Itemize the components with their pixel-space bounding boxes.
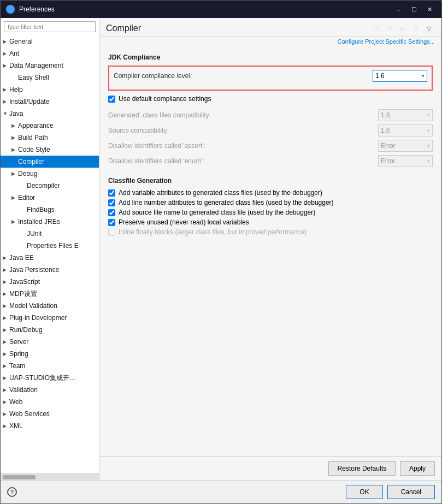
sidebar-item-data-management[interactable]: ▶Data Management: [1, 60, 99, 72]
sidebar-item-debug[interactable]: ▶Debug: [1, 168, 99, 180]
sidebar-item-appearance[interactable]: ▶Appearance: [1, 120, 99, 132]
tree-label-decompiler: Decompiler: [27, 182, 60, 189]
sidebar-item-editor[interactable]: ▶Editor: [1, 192, 99, 204]
nav-menu-button[interactable]: ▽: [423, 22, 435, 34]
checkbox-add-line-number[interactable]: [108, 199, 115, 206]
tree-label-help: Help: [9, 86, 23, 93]
cancel-button[interactable]: Cancel: [387, 485, 435, 499]
apply-button[interactable]: Apply: [400, 461, 435, 476]
maximize-button[interactable]: ☐: [408, 4, 421, 15]
assert-label: Disallow identifiers called 'assert':: [108, 142, 378, 150]
panel-header: Compiler ◁ ▽ ▷ ▽ ▽: [99, 18, 441, 37]
tree-label-xml: XML: [9, 422, 23, 430]
tree-label-build-path: Build Path: [18, 134, 48, 141]
tree-arrow-help: ▶: [3, 87, 9, 92]
sidebar-item-mdp-settings[interactable]: ▶MDP设置: [1, 288, 99, 300]
close-button[interactable]: ✕: [423, 4, 436, 15]
nav-forward-dropdown-button[interactable]: ▽: [410, 22, 422, 34]
checkbox-label-preserve-unused: Preserve unused (never read) local varia…: [119, 218, 249, 226]
tree-arrow-server: ▶: [3, 339, 9, 345]
sidebar-item-javascript[interactable]: ▶JavaScript: [1, 276, 99, 288]
tree-label-plug-in-development: Plug-in Developmer: [9, 314, 67, 322]
classfile-row-add-source-file: Add source file name to generated class …: [108, 209, 433, 216]
nav-back-button[interactable]: ◁: [370, 22, 382, 34]
filter-input[interactable]: [4, 21, 96, 32]
nav-forward-button[interactable]: ▷: [397, 22, 409, 34]
sidebar-item-compiler[interactable]: Compiler: [1, 156, 99, 168]
tree-label-ant: Ant: [9, 50, 19, 57]
use-default-checkbox[interactable]: [108, 96, 115, 103]
generated-compat-label: Generated .class files compatibility:: [108, 111, 378, 119]
sidebar-item-run-debug[interactable]: ▶Run/Debug: [1, 324, 99, 336]
sidebar-item-web[interactable]: ▶Web: [1, 396, 99, 408]
help-icon[interactable]: ?: [7, 487, 17, 497]
sidebar-item-easy-shell[interactable]: Easy Shell: [1, 72, 99, 84]
sidebar-item-findbugs[interactable]: FindBugs: [1, 204, 99, 216]
restore-defaults-button[interactable]: Restore Defaults: [328, 461, 396, 476]
tree-label-installed-jres: Installed JREs: [18, 218, 60, 226]
sidebar-item-properties-files-e[interactable]: Properties Files E: [1, 240, 99, 252]
sidebar-scrollbar[interactable]: [1, 473, 99, 480]
checkbox-add-variable[interactable]: [108, 189, 115, 197]
sidebar-item-general[interactable]: ▶General: [1, 35, 99, 48]
sidebar-item-plug-in-development[interactable]: ▶Plug-in Developmer: [1, 312, 99, 324]
tree-arrow-debug: ▶: [11, 171, 18, 176]
tree-label-install-update: Install/Update: [9, 98, 49, 105]
nav-back-dropdown-button[interactable]: ▽: [384, 22, 396, 34]
sidebar-item-installed-jres[interactable]: ▶Installed JREs: [1, 216, 99, 228]
compliance-level-value: 1.6: [375, 72, 385, 80]
sidebar-item-xml[interactable]: ▶XML: [1, 420, 99, 432]
sidebar-item-uap-studio[interactable]: ▶UAP-STUDIO集成开…: [1, 372, 99, 384]
use-default-label: Use default compliance settings: [119, 95, 211, 103]
sidebar-item-team[interactable]: ▶Team: [1, 360, 99, 372]
enum-value: Error: [381, 157, 396, 165]
tree-label-easy-shell: Easy Shell: [18, 74, 49, 81]
jdk-compliance-box: Compiler compliance level: 1.6 ▾: [108, 66, 433, 91]
tree-arrow-run-debug: ▶: [3, 327, 9, 333]
scroll-thumb[interactable]: [3, 475, 36, 479]
bottom-bar: Restore Defaults Apply: [99, 456, 441, 480]
sidebar-item-decompiler[interactable]: Decompiler: [1, 180, 99, 192]
sidebar-item-java[interactable]: ▼Java: [1, 108, 99, 120]
compliance-level-combo[interactable]: 1.6 ▾: [373, 70, 427, 82]
tree-arrow-plug-in-development: ▶: [3, 315, 9, 321]
tree-label-editor: Editor: [18, 194, 35, 201]
tree-label-model-validation: Model Validation: [9, 302, 57, 310]
sidebar-item-build-path[interactable]: ▶Build Path: [1, 132, 99, 144]
tree-arrow-team: ▶: [3, 363, 9, 369]
sidebar-item-install-update[interactable]: ▶Install/Update: [1, 96, 99, 108]
sidebar-item-junit[interactable]: JUnit: [1, 228, 99, 240]
sidebar-item-ant[interactable]: ▶Ant: [1, 48, 99, 60]
tree-arrow-java: ▼: [3, 111, 9, 116]
tree-label-data-management: Data Management: [9, 62, 63, 69]
tree-label-javascript: JavaScript: [9, 278, 40, 286]
sidebar: ▶General▶Ant▶Data ManagementEasy Shell▶H…: [1, 18, 99, 480]
checkbox-preserve-unused[interactable]: [108, 219, 115, 226]
dialog-bottom: ? OK Cancel: [1, 480, 441, 503]
tree-arrow-data-management: ▶: [3, 63, 9, 68]
compliance-level-row: Compiler compliance level: 1.6 ▾: [114, 70, 427, 82]
tree-arrow-java-ee: ▶: [3, 255, 9, 260]
generated-compat-row: Generated .class files compatibility: 1.…: [108, 109, 433, 121]
panel-body: JDK Compliance Compiler compliance level…: [99, 46, 441, 456]
minimize-button[interactable]: –: [392, 4, 405, 15]
tree-label-validation: Validation: [9, 386, 38, 394]
sidebar-item-java-persistence[interactable]: ▶Java Persistence: [1, 264, 99, 276]
sidebar-item-validation[interactable]: ▶Validation: [1, 384, 99, 396]
enum-label: Disallow identifiers called 'enum':: [108, 157, 378, 165]
sidebar-item-help[interactable]: ▶Help: [1, 84, 99, 96]
sidebar-item-model-validation[interactable]: ▶Model Validation: [1, 300, 99, 312]
use-default-row: Use default compliance settings: [108, 95, 433, 103]
ok-button[interactable]: OK: [346, 485, 382, 499]
checkbox-add-source-file[interactable]: [108, 209, 115, 216]
tree-arrow-uap-studio: ▶: [3, 375, 9, 381]
assert-value: Error: [381, 142, 396, 150]
configure-link[interactable]: Configure Project Specific Settings...: [99, 37, 441, 46]
sidebar-item-web-services[interactable]: ▶Web Services: [1, 408, 99, 420]
sidebar-item-spring[interactable]: ▶Spring: [1, 348, 99, 360]
source-compat-value: 1.6: [381, 127, 390, 134]
sidebar-item-server[interactable]: ▶Server: [1, 336, 99, 348]
title-bar: Preferences – ☐ ✕: [1, 1, 441, 18]
sidebar-item-code-style[interactable]: ▶Code Style: [1, 144, 99, 156]
sidebar-item-java-ee[interactable]: ▶Java EE: [1, 252, 99, 264]
